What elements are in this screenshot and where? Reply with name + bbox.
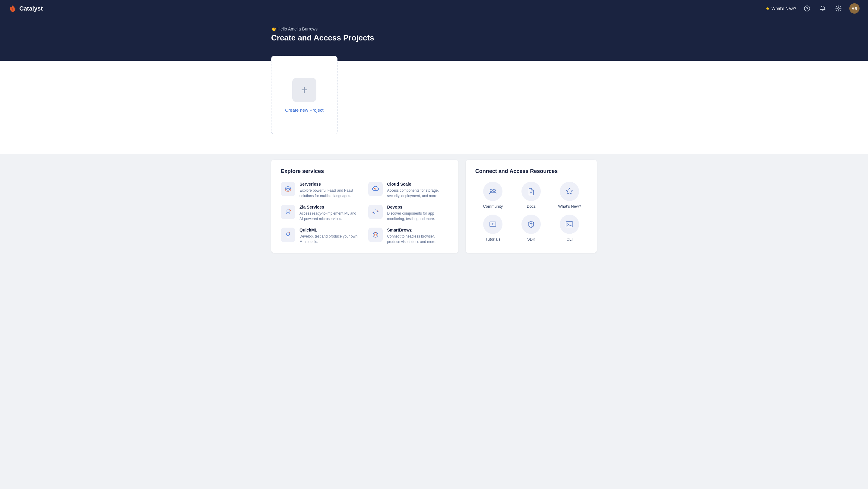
hero-title: Create and Access Projects <box>271 33 597 42</box>
devops-icon <box>372 208 379 216</box>
quickml-icon-wrap <box>281 228 295 242</box>
serverless-icon <box>284 185 292 193</box>
sdk-icon-wrap <box>522 214 541 234</box>
hero-greeting: 👋 Hello Amelia Burrows <box>271 27 597 31</box>
zia-name: Zia Services <box>300 205 361 209</box>
star-icon: ★ <box>766 6 770 11</box>
svg-point-7 <box>490 189 493 192</box>
create-project-label: Create new Project <box>285 108 323 113</box>
quickml-desc: Develop, test and produce your own ML mo… <box>300 234 361 244</box>
gear-icon <box>835 5 841 11</box>
service-serverless[interactable]: Serverless Explore powerful FaaS and Paa… <box>281 182 361 199</box>
header: Catalyst ★ What's New? AB <box>0 0 868 17</box>
help-button[interactable] <box>802 4 812 13</box>
header-actions: ★ What's New? AB <box>766 3 860 13</box>
devops-icon-wrap <box>368 205 383 219</box>
logo-icon <box>8 4 17 13</box>
quickml-name: QuickML <box>300 228 361 232</box>
community-label: Community <box>483 204 503 208</box>
resource-docs[interactable]: Docs <box>514 182 549 208</box>
resource-tutorials[interactable]: Tutorials <box>475 214 510 241</box>
svg-point-1 <box>807 10 807 10</box>
explore-services-title: Explore services <box>281 168 449 174</box>
sdk-label: SDK <box>527 237 535 241</box>
svg-point-2 <box>838 7 839 9</box>
zia-icon <box>284 208 292 216</box>
avatar[interactable]: AB <box>849 3 860 13</box>
create-project-card[interactable]: + Create new Project <box>271 56 338 134</box>
cli-icon <box>565 220 574 229</box>
cli-label: CLI <box>566 237 572 241</box>
bell-icon <box>820 5 826 11</box>
projects-section: + Create new Project <box>0 61 868 154</box>
smartbrowz-info: SmartBrowz Connect to headless browser, … <box>387 228 448 244</box>
devops-desc: Discover components for app monitoring, … <box>387 211 448 222</box>
logo-text: Catalyst <box>19 5 43 12</box>
whats-new-label: What's New? <box>772 6 796 11</box>
resource-community[interactable]: Community <box>475 182 510 208</box>
help-icon <box>804 5 810 11</box>
devops-name: Devops <box>387 205 448 209</box>
cloud-scale-icon-wrap <box>368 182 383 196</box>
community-icon-wrap <box>483 182 502 201</box>
svg-point-8 <box>493 189 496 192</box>
smartbrowz-name: SmartBrowz <box>387 228 448 232</box>
hero-section: 👋 Hello Amelia Burrows Create and Access… <box>0 17 868 61</box>
resource-cli[interactable]: CLI <box>552 214 587 241</box>
service-cloud-scale[interactable]: Cloud Scale Access components for storag… <box>368 182 448 199</box>
whats-new-button[interactable]: ★ What's New? <box>766 6 796 11</box>
smartbrowz-icon-wrap <box>368 228 383 242</box>
plus-circle: + <box>292 78 316 102</box>
cloud-scale-name: Cloud Scale <box>387 182 448 186</box>
docs-icon-wrap <box>522 182 541 201</box>
cloud-scale-desc: Access components for storage, security,… <box>387 188 448 199</box>
smartbrowz-icon <box>372 231 379 239</box>
whats-new-icon-wrap <box>560 182 579 201</box>
cloud-scale-info: Cloud Scale Access components for storag… <box>387 182 448 199</box>
bottom-content: Explore services Serverless Explore powe… <box>253 154 615 265</box>
resources-grid: Community Docs <box>475 182 587 241</box>
whats-new-resource-icon <box>565 187 574 196</box>
resource-whats-new[interactable]: What's New? <box>552 182 587 208</box>
settings-button[interactable] <box>834 4 843 13</box>
explore-services-panel: Explore services Serverless Explore powe… <box>271 160 459 253</box>
docs-icon <box>527 187 536 196</box>
tutorials-icon <box>488 220 497 229</box>
smartbrowz-desc: Connect to headless browser, produce vis… <box>387 234 448 244</box>
tutorials-label: Tutorials <box>486 237 500 241</box>
docs-label: Docs <box>527 204 536 208</box>
service-devops[interactable]: Devops Discover components for app monit… <box>368 205 448 222</box>
service-smartbrowz[interactable]: SmartBrowz Connect to headless browser, … <box>368 228 448 244</box>
whats-new-resource-label: What's New? <box>558 204 581 208</box>
zia-icon-wrap <box>281 205 295 219</box>
service-zia[interactable]: Zia Services Access ready-to-implement M… <box>281 205 361 222</box>
plus-icon: + <box>301 84 307 96</box>
quickml-icon <box>284 231 292 239</box>
resource-sdk[interactable]: SDK <box>514 214 549 241</box>
devops-info: Devops Discover components for app monit… <box>387 205 448 222</box>
cli-icon-wrap <box>560 214 579 234</box>
community-icon <box>488 187 497 196</box>
service-quickml[interactable]: QuickML Develop, test and produce your o… <box>281 228 361 244</box>
svg-point-3 <box>287 210 289 212</box>
zia-desc: Access ready-to-implement ML and AI-powe… <box>300 211 361 222</box>
quickml-info: QuickML Develop, test and produce your o… <box>300 228 361 244</box>
serverless-icon-wrap <box>281 182 295 196</box>
logo[interactable]: Catalyst <box>8 4 43 13</box>
connect-resources-panel: Connect and Access Resources Community <box>466 160 597 253</box>
svg-rect-10 <box>566 222 573 227</box>
serverless-info: Serverless Explore powerful FaaS and Paa… <box>300 182 361 199</box>
serverless-name: Serverless <box>300 182 361 186</box>
sdk-icon <box>527 220 536 229</box>
tutorials-icon-wrap <box>483 214 502 234</box>
connect-resources-title: Connect and Access Resources <box>475 168 587 174</box>
serverless-desc: Explore powerful FaaS and PaaS solutions… <box>300 188 361 199</box>
svg-point-5 <box>289 232 290 233</box>
cloud-scale-icon <box>372 185 379 193</box>
services-grid: Serverless Explore powerful FaaS and Paa… <box>281 182 449 244</box>
notifications-button[interactable] <box>818 4 828 13</box>
svg-point-0 <box>804 6 810 11</box>
zia-info: Zia Services Access ready-to-implement M… <box>300 205 361 222</box>
